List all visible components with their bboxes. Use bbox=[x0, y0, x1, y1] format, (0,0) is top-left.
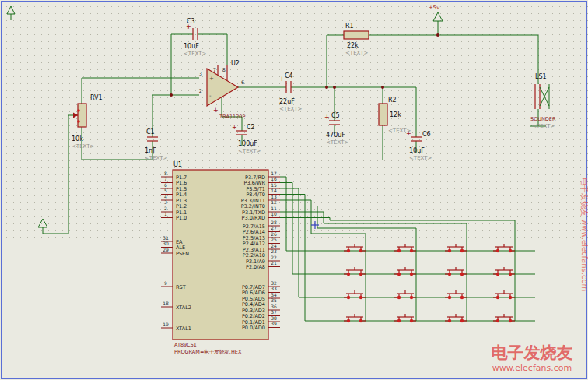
watermark-brand: 电子发烧友 bbox=[492, 343, 573, 362]
ls1-part-label: SOUNDER bbox=[530, 116, 556, 122]
watermark-side-text: 电子发烧友 www.elecfans.com bbox=[580, 178, 588, 291]
ls1-ref-label: LS1 bbox=[535, 73, 547, 80]
keypad-button-r2c1[interactable] bbox=[344, 267, 366, 276]
capacitor-c2[interactable]: + C2 100uF <TEXT> bbox=[232, 124, 261, 154]
opamp-plus-sign: + bbox=[209, 76, 214, 82]
capacitor-c3[interactable]: + C3 10uF <TEXT> bbox=[184, 18, 207, 57]
keypad-button-r1c3[interactable] bbox=[445, 244, 467, 252]
potentiometer-rv1[interactable]: RV1 10k <TEXT> bbox=[72, 94, 103, 150]
capacitor-c5[interactable]: + C5 470uF <TEXT> bbox=[324, 112, 349, 146]
keypad-button-r3c2[interactable] bbox=[394, 290, 416, 299]
keypad-button-r2c3[interactable] bbox=[445, 267, 467, 276]
c6-value-label: 10uF bbox=[409, 147, 425, 154]
keypad-button-r1c4[interactable] bbox=[493, 244, 515, 252]
svg-text:21: 21 bbox=[271, 260, 277, 266]
u1-pins-p0[interactable]: 32 P0.7/AD7 33 P0.6/AD6 34 P0.5/AD5 35 P… bbox=[242, 280, 280, 332]
svg-text:22: 22 bbox=[271, 255, 277, 260]
r1-text-placeholder: <TEXT> bbox=[345, 50, 369, 56]
svg-text:32: 32 bbox=[271, 280, 277, 286]
svg-text:36: 36 bbox=[271, 304, 277, 309]
keypad-button-r4c3[interactable] bbox=[445, 314, 467, 322]
c2-polarity-icon: + bbox=[232, 124, 237, 131]
opamp-u2[interactable]: + - 3 2 6 7 8 + U2 TBA1120P bbox=[199, 60, 246, 120]
c2-value-label: 100uF bbox=[238, 140, 257, 147]
r1-value-label: 22k bbox=[347, 42, 359, 49]
watermark-right-edge: 电子发烧友 www.elecfans.com bbox=[580, 178, 588, 291]
svg-text:34: 34 bbox=[271, 292, 277, 297]
power-terminal-5v[interactable]: +5v bbox=[429, 5, 443, 21]
keypad-button-r2c2[interactable] bbox=[394, 267, 416, 276]
terminal-left[interactable] bbox=[38, 219, 47, 227]
svg-text:P0.0/AD0: P0.0/AD0 bbox=[242, 325, 265, 331]
c1-ref-label: C1 bbox=[146, 128, 155, 135]
c3-text-placeholder: <TEXT> bbox=[184, 51, 207, 57]
keypad-button-r3c3[interactable] bbox=[445, 290, 467, 299]
svg-text:2: 2 bbox=[164, 206, 167, 211]
svg-text:28: 28 bbox=[271, 220, 277, 225]
capacitor-c4[interactable]: + C4 22uF <TEXT> bbox=[279, 72, 303, 112]
keypad-button-r3c1[interactable] bbox=[344, 290, 366, 299]
r2-ref-label: R2 bbox=[388, 97, 397, 104]
svg-text:18: 18 bbox=[163, 301, 169, 306]
r2-text-placeholder: <TEXT> bbox=[388, 128, 411, 134]
c4-polarity-icon: + bbox=[279, 76, 285, 83]
svg-text:4: 4 bbox=[164, 194, 167, 199]
svg-text:10: 10 bbox=[271, 211, 277, 216]
mcu-u1[interactable]: U1 8 P1.7 7 P1.6 6 P1.5 5 P1.4 4 bbox=[161, 161, 280, 355]
svg-text:8: 8 bbox=[164, 171, 167, 176]
keypad-button-r4c2[interactable] bbox=[394, 314, 416, 322]
svg-text:16: 16 bbox=[271, 176, 277, 181]
c2-ref-label: C2 bbox=[247, 124, 255, 131]
keypad-button-r1c1[interactable] bbox=[344, 244, 366, 252]
svg-text:29: 29 bbox=[163, 247, 169, 252]
schematic-wires[interactable] bbox=[11, 14, 546, 321]
svg-text:P1.0: P1.0 bbox=[176, 215, 187, 221]
capacitor-c1[interactable]: C1 1nF <TEXT> bbox=[145, 128, 168, 161]
keypad-button-r4c4[interactable] bbox=[493, 314, 515, 322]
keypad-button-r3c4[interactable] bbox=[493, 290, 515, 299]
schematic-canvas[interactable]: +5v RV1 10k <TEXT> C1 1nF <TEXT> + C2 10… bbox=[0, 0, 588, 380]
svg-text:XTAL2: XTAL2 bbox=[176, 304, 191, 311]
keypad-button-r1c2[interactable] bbox=[394, 244, 416, 252]
watermark-bottom-right: 电子发烧友 www.elecfans.com bbox=[492, 343, 573, 373]
resistor-r1[interactable]: R1 22k <TEXT> bbox=[344, 23, 369, 56]
svg-text:25: 25 bbox=[271, 237, 277, 242]
u2-part-label: TBA1120P bbox=[219, 114, 245, 120]
c5-ref-label: C5 bbox=[331, 112, 340, 119]
resistor-r2[interactable]: R2 12k <TEXT> bbox=[379, 97, 411, 134]
rv1-text-placeholder: <TEXT> bbox=[72, 143, 95, 150]
u2-pin2-number: 2 bbox=[199, 88, 202, 94]
u2-pin3-number: 3 bbox=[199, 71, 202, 77]
svg-text:37: 37 bbox=[271, 309, 277, 315]
capacitor-c6[interactable]: + C6 10uF <TEXT> bbox=[406, 130, 432, 161]
svg-text:13: 13 bbox=[271, 194, 277, 199]
c4-ref-label: C4 bbox=[285, 72, 293, 79]
c2-text-placeholder: <TEXT> bbox=[238, 148, 261, 154]
r1-ref-label: R1 bbox=[345, 23, 354, 30]
svg-text:6: 6 bbox=[164, 182, 167, 188]
c5-text-placeholder: <TEXT> bbox=[326, 139, 349, 146]
svg-text:P2.0/A8: P2.0/A8 bbox=[246, 264, 265, 270]
sounder-ls1[interactable]: LS1 SOUNDER <TEXT> bbox=[530, 73, 556, 129]
svg-text:11: 11 bbox=[271, 206, 277, 211]
svg-text:3: 3 bbox=[164, 199, 167, 205]
u1-program-label: PROGRAM=电子发烧友.HEX bbox=[174, 349, 242, 355]
svg-text:26: 26 bbox=[271, 231, 277, 237]
svg-text:14: 14 bbox=[271, 188, 277, 193]
u1-pins-p3[interactable]: 17 P3.7/RD 16 P3.6/WR 15 P3.5/T1 14 P3.4… bbox=[241, 171, 280, 222]
keypad-button-r2c4[interactable] bbox=[493, 267, 515, 276]
svg-text:24: 24 bbox=[271, 243, 277, 248]
svg-text:12: 12 bbox=[271, 199, 277, 205]
watermark-url: www.elecfans.com bbox=[492, 363, 572, 373]
svg-text:7: 7 bbox=[164, 176, 167, 181]
svg-text:RST: RST bbox=[176, 284, 186, 290]
keypad-button-r4c1[interactable] bbox=[344, 314, 366, 322]
u1-pins-p2[interactable]: 28 P2.7/A15 27 P2.6/A14 26 P2.5/A13 25 P… bbox=[243, 220, 280, 271]
terminal-top-left[interactable] bbox=[7, 6, 15, 14]
c5-polarity-icon: + bbox=[324, 114, 330, 121]
svg-text:1: 1 bbox=[164, 211, 167, 216]
c1-value-label: 1nF bbox=[145, 147, 156, 154]
c6-ref-label: C6 bbox=[422, 131, 431, 138]
c4-value-label: 22uF bbox=[279, 98, 295, 105]
svg-text:XTAL1: XTAL1 bbox=[176, 325, 191, 332]
